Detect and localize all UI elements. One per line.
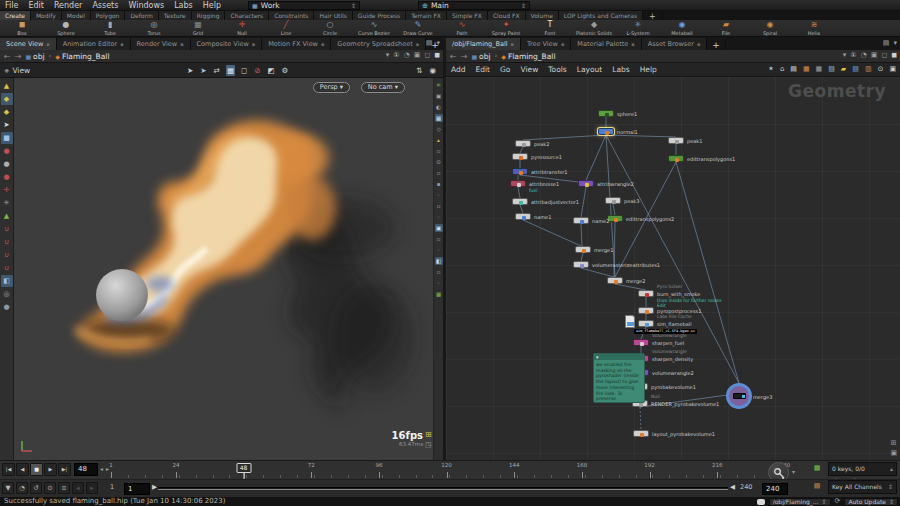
keys-summary-dropdown[interactable]: 0 keys, 0/0 channels▴ <box>828 462 897 476</box>
jump-to-end-button[interactable]: ▶| <box>58 463 71 476</box>
display-option-icon[interactable]: ▴ <box>435 136 443 144</box>
tab-asset-browser[interactable]: Asset Browser▪ <box>642 38 708 50</box>
network-menu-view[interactable]: View <box>515 65 543 74</box>
shelf-tab-polygon[interactable]: Polygon <box>91 11 126 20</box>
shelf-tool-spiral[interactable]: ◉Spiral <box>748 21 792 36</box>
link-badge-icon[interactable]: ① <box>850 51 856 59</box>
snap-combine-icon[interactable]: ◆ <box>1 106 13 118</box>
split-pane-icon[interactable]: ▣ <box>871 51 878 59</box>
current-frame-field[interactable]: 48 <box>74 463 98 476</box>
desktop-selector[interactable]: ▦ Work ⇕ <box>248 1 360 10</box>
color-palette-icon[interactable]: ▦ <box>803 65 810 73</box>
shelf-tool-grid[interactable]: ▦Grid <box>176 21 220 36</box>
next-key-icon[interactable]: ▸ <box>86 482 98 494</box>
stop-button[interactable]: ■ <box>30 463 43 476</box>
play-button[interactable]: ▶ <box>44 463 57 476</box>
network-menu-edit[interactable]: Edit <box>471 65 496 74</box>
shelf-tab-rigging[interactable]: Rigging <box>192 11 226 20</box>
shelf-tool-helix[interactable]: ≋Helix <box>792 21 836 36</box>
shelf-tool-sphere[interactable]: ●Sphere <box>44 21 88 36</box>
secure-selection-icon[interactable]: ■ <box>1 132 13 144</box>
tab-menu-dot[interactable]: ▪ <box>561 41 564 47</box>
refresh-icon[interactable]: ⟳ <box>835 497 841 506</box>
layout-swap-icon[interactable]: ⇅ <box>415 65 423 76</box>
scale-tool-icon[interactable]: ● <box>1 171 13 183</box>
sticky-note-icon[interactable]: ▰ <box>841 65 846 73</box>
breadcrumb-flaming-ball[interactable]: ◆Flaming_Ball <box>55 52 109 61</box>
display-option-icon[interactable]: ◇ <box>435 125 443 133</box>
tab-render-view[interactable]: Render View▪ <box>131 38 191 50</box>
frame-range-icon[interactable]: ≡ <box>58 482 70 494</box>
snapshot-icon[interactable]: ▧ <box>828 65 835 73</box>
tab-add-tab-button[interactable]: + <box>707 40 726 50</box>
scene-viewport[interactable]: Persp ▾ No cam ▾ 16fps 63.47ms ⊞ ◳ <box>14 78 433 460</box>
shelf-tab-lop-lights-and-cameras[interactable]: LOP Lights and Cameras <box>559 11 643 20</box>
projection-selector[interactable]: Persp ▾ <box>313 82 350 93</box>
display-option-icon[interactable]: ◐ <box>435 103 443 111</box>
channel-scope-icon[interactable]: ▦ <box>811 462 823 474</box>
playback-settings-icon[interactable]: ⊙ <box>44 482 56 494</box>
network-editor[interactable]: Geometry sphere1normal1peak1edittranspol… <box>446 77 900 460</box>
display-option-icon[interactable]: ▦ <box>435 290 443 298</box>
snap-point-icon[interactable]: ◆ <box>1 93 13 105</box>
shelf-tab-volume[interactable]: Volume <box>526 11 559 20</box>
magnet-prim-icon[interactable]: ∪ <box>1 262 13 274</box>
float-pane-icon[interactable]: ◻ <box>881 51 887 59</box>
timeline-ruler[interactable]: 12448729612014416819221624048 <box>108 461 800 480</box>
menu-windows[interactable]: Windows <box>123 0 169 11</box>
magnet-grid-icon[interactable]: ∪ <box>1 223 13 235</box>
chevron-down-icon[interactable]: ▾ <box>893 39 897 47</box>
shelf-tab-terrain-fx[interactable]: Terrain FX <box>406 11 447 20</box>
display-option-icon[interactable]: ▫ <box>435 202 443 210</box>
shelf-tool-line[interactable]: ╱Line <box>264 21 308 36</box>
pane-menu-icon[interactable]: ▤ <box>426 39 433 47</box>
view-tool-icon[interactable]: ◧ <box>1 275 13 287</box>
breadcrumb-flaming-ball[interactable]: ◆Flaming_Ball <box>501 52 555 61</box>
snapshot-frame-icon[interactable]: ◳ <box>425 441 432 449</box>
shelf-tool-font[interactable]: TFont <box>528 21 572 36</box>
tab-animation-editor[interactable]: Animation Editor▪ <box>57 38 131 50</box>
shelf-tab-guide-process[interactable]: Guide Process <box>353 11 406 20</box>
shelf-tool-metaball[interactable]: ◉Metaball <box>660 21 704 36</box>
network-menu-labs[interactable]: Labs <box>607 65 634 74</box>
shelf-tab-texture[interactable]: Texture <box>159 11 192 20</box>
box-select-icon[interactable]: ▦ <box>226 65 235 76</box>
forward-arrow-icon[interactable]: → <box>15 52 22 61</box>
shelf-tool-tube[interactable]: ▮Tube <box>88 21 132 36</box>
shelf-tab-modify[interactable]: Modify <box>31 11 62 20</box>
playhead[interactable]: 48 <box>236 463 251 473</box>
display-option-icon[interactable]: ▣ <box>435 224 443 232</box>
menu-render[interactable]: Render <box>49 0 87 11</box>
play-reverse-button[interactable]: ◀ <box>16 463 29 476</box>
shelf-tab-characters[interactable]: Characters <box>225 11 269 20</box>
tab-menu-dot[interactable]: ▪ <box>321 41 324 47</box>
shelf-tab-cloud-fx[interactable]: Cloud FX <box>488 11 526 20</box>
display-option-icon[interactable]: ▫ <box>435 235 443 243</box>
axis-align-icon[interactable]: ▲ <box>1 210 13 222</box>
rotate-tool-icon[interactable]: ● <box>1 158 13 170</box>
shelf-tab-deform[interactable]: Deform <box>125 11 158 20</box>
select-mode-icon[interactable]: ➤ <box>186 65 194 76</box>
sticky-note[interactable]: ▾ we enabled fire masking on the pyrosha… <box>593 353 645 403</box>
maximize-pane-icon[interactable]: ◼ <box>434 51 440 59</box>
breadcrumb-obj[interactable]: ▦obj <box>471 52 490 61</box>
prev-key-icon[interactable]: ◂ <box>72 482 84 494</box>
pose-tool-icon[interactable]: ✛ <box>1 184 13 196</box>
frame-step-back-icon[interactable]: ◂ <box>100 465 103 472</box>
shelf-tool-circle[interactable]: ○Circle <box>308 21 352 36</box>
customize-icon[interactable]: ✶ <box>768 65 774 73</box>
pin-icon[interactable]: ◔ <box>861 51 867 59</box>
display-option-icon[interactable]: ◦ <box>435 213 443 221</box>
link-badge-icon[interactable]: ① <box>393 51 399 59</box>
display-option-icon[interactable]: ⊙ <box>435 158 443 166</box>
magnet-edge-icon[interactable]: ∪ <box>1 249 13 261</box>
menu-file[interactable]: File <box>0 0 23 11</box>
display-option-icon[interactable]: ✳ <box>435 81 443 89</box>
select-geometry-icon[interactable]: ➤ <box>199 65 207 76</box>
find-node-icon[interactable]: ⊙ <box>878 65 884 73</box>
range-slider-start-handle[interactable]: ▶ <box>152 483 157 491</box>
display-option-icon[interactable]: ◦ <box>435 191 443 199</box>
shelf-tab-constraints[interactable]: Constraints <box>269 11 314 20</box>
message-bubble-icon[interactable] <box>757 499 765 505</box>
key-options-caret[interactable]: ▾ <box>792 468 795 475</box>
